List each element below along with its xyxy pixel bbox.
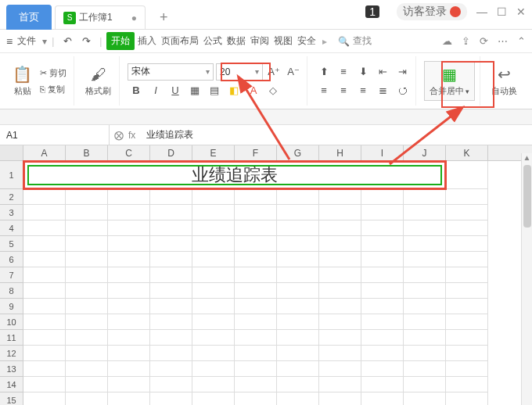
redo-icon[interactable]: ↷ — [77, 33, 95, 50]
fill-color-icon[interactable]: ◧ — [225, 82, 243, 99]
col-header[interactable]: D — [150, 145, 192, 160]
menu-tab-security[interactable]: 安全 — [296, 32, 318, 50]
paste-button[interactable]: 📋 粘贴 — [9, 63, 35, 99]
notification-badge[interactable]: 1 — [365, 5, 379, 18]
menu-tab-pagelayout[interactable]: 页面布局 — [160, 32, 200, 50]
cloud-icon[interactable]: ☁ — [442, 35, 452, 47]
merge-cells-icon: ▦ — [442, 65, 457, 84]
format-painter-button[interactable]: 🖌 格式刷 — [82, 64, 114, 99]
copy-label: 复制 — [48, 84, 65, 95]
col-header[interactable]: A — [23, 145, 66, 160]
new-tab-button[interactable]: + — [153, 6, 174, 29]
search-label[interactable]: 查找 — [353, 34, 372, 48]
row-header[interactable]: 2 — [0, 189, 23, 205]
row-header[interactable]: 10 — [0, 314, 23, 330]
col-header[interactable]: J — [404, 145, 446, 160]
wrap-text-button[interactable]: ↩ 自动换 — [488, 63, 520, 99]
row-header[interactable]: 7 — [0, 267, 23, 283]
scrollbar-thumb[interactable] — [523, 165, 531, 228]
cut-button[interactable]: ✂剪切 — [38, 66, 69, 81]
underline-icon[interactable]: U — [167, 82, 184, 99]
name-box[interactable]: A1 — [0, 125, 110, 145]
copy-button[interactable]: ⎘复制 — [38, 82, 69, 97]
titlebar: 首页 S 工作簿1 ● + 1 访客登录 — ☐ ✕ — [0, 0, 532, 30]
formula-input[interactable]: 业绩追踪表 — [140, 128, 200, 142]
border-icon[interactable]: ▦ — [186, 82, 203, 99]
align-justify-icon[interactable]: ≣ — [374, 82, 391, 99]
menu-tab-view[interactable]: 视图 — [272, 32, 294, 50]
row-header[interactable]: 15 — [0, 392, 23, 405]
close-icon[interactable]: ✕ — [516, 5, 526, 18]
col-header[interactable]: G — [277, 145, 319, 160]
copy-icon: ⎘ — [40, 84, 45, 94]
align-middle-icon[interactable]: ≡ — [335, 63, 352, 81]
scroll-up-icon[interactable]: ▲ — [522, 153, 532, 162]
align-right-icon[interactable]: ≡ — [354, 82, 372, 99]
menu-tab-data[interactable]: 数据 — [225, 32, 247, 50]
font-color-icon[interactable]: A — [245, 82, 262, 99]
row-header[interactable]: 5 — [0, 236, 23, 252]
cancel-formula-icon[interactable]: ⨂ — [114, 130, 124, 141]
col-header[interactable]: C — [108, 145, 150, 160]
guest-login-button[interactable]: 访客登录 — [397, 3, 467, 20]
menu-tab-insert[interactable]: 插入 — [136, 32, 158, 50]
collapse-ribbon-icon[interactable]: ⌃ — [517, 35, 526, 47]
col-header[interactable]: K — [446, 145, 488, 160]
row-header[interactable]: 13 — [0, 361, 23, 377]
sync-icon[interactable]: ⟳ — [480, 35, 488, 47]
indent-increase-icon[interactable]: ⇥ — [394, 63, 411, 81]
row-header[interactable]: 11 — [0, 330, 23, 346]
italic-icon[interactable]: I — [147, 82, 164, 99]
row-header[interactable]: 6 — [0, 252, 23, 267]
align-left-icon[interactable]: ≡ — [315, 82, 332, 99]
decrease-font-icon[interactable]: A⁻ — [285, 63, 302, 81]
search-icon[interactable]: 🔍 — [338, 36, 350, 47]
menu-tab-formula[interactable]: 公式 — [202, 32, 224, 50]
align-bottom-icon[interactable]: ⬇ — [354, 63, 372, 81]
row-header[interactable]: 1 — [0, 161, 23, 189]
col-header[interactable]: I — [361, 145, 404, 160]
row-header[interactable]: 14 — [0, 377, 23, 392]
align-top-icon[interactable]: ⬆ — [315, 63, 332, 81]
tab-document[interactable]: S 工作簿1 ● — [55, 5, 146, 29]
merged-cell-a1-j1[interactable]: 业绩追踪表 — [23, 161, 446, 189]
row-header[interactable]: 3 — [0, 205, 23, 220]
col-header[interactable]: B — [66, 145, 108, 160]
file-dropdown-icon[interactable]: ▾ — [42, 36, 47, 47]
col-header[interactable]: E — [192, 145, 235, 160]
clear-format-icon[interactable]: ◇ — [264, 82, 282, 99]
window-controls: 1 访客登录 — ☐ ✕ — [365, 3, 526, 20]
menu-overflow-icon[interactable]: ▸ — [322, 36, 327, 47]
undo-icon[interactable]: ↶ — [59, 33, 76, 50]
align-center-icon[interactable]: ≡ — [335, 82, 352, 99]
col-header[interactable]: H — [319, 145, 361, 160]
tab-home[interactable]: 首页 — [6, 5, 52, 30]
unsaved-indicator: ● — [131, 13, 137, 23]
select-all-corner[interactable] — [0, 145, 23, 160]
hamburger-icon[interactable]: ≡ — [6, 35, 13, 48]
row-header[interactable]: 4 — [0, 220, 23, 236]
menu-file[interactable]: 文件 — [17, 34, 36, 48]
minimize-icon[interactable]: — — [476, 5, 487, 18]
maximize-icon[interactable]: ☐ — [497, 5, 507, 18]
row-header[interactable]: 9 — [0, 299, 23, 314]
font-size-combo[interactable]: 20 ▾ — [216, 63, 263, 81]
row-header[interactable]: 12 — [0, 346, 23, 361]
indent-decrease-icon[interactable]: ⇤ — [374, 63, 391, 81]
vertical-scrollbar[interactable]: ▲ — [521, 153, 532, 405]
cells-area[interactable]: 业绩追踪表 — [23, 161, 488, 405]
orientation-icon[interactable]: ⭯ — [394, 82, 411, 99]
menu-tab-start[interactable]: 开始 — [106, 32, 135, 50]
share-icon[interactable]: ⇪ — [462, 35, 470, 47]
merge-center-button[interactable]: ▦ 合并居中▾ — [424, 61, 475, 101]
row-header[interactable]: 8 — [0, 283, 23, 299]
increase-font-icon[interactable]: A⁺ — [265, 63, 282, 81]
bold-icon[interactable]: B — [128, 82, 145, 99]
wrap-text-label: 自动换 — [491, 85, 517, 97]
font-name-combo[interactable]: 宋体 ▾ — [128, 63, 214, 81]
col-header[interactable]: F — [235, 145, 277, 160]
cell-style-icon[interactable]: ▤ — [206, 82, 223, 99]
more-icon[interactable]: ⋯ — [498, 35, 508, 47]
menu-tab-review[interactable]: 审阅 — [249, 32, 271, 50]
fx-icon[interactable]: fx — [128, 130, 135, 141]
